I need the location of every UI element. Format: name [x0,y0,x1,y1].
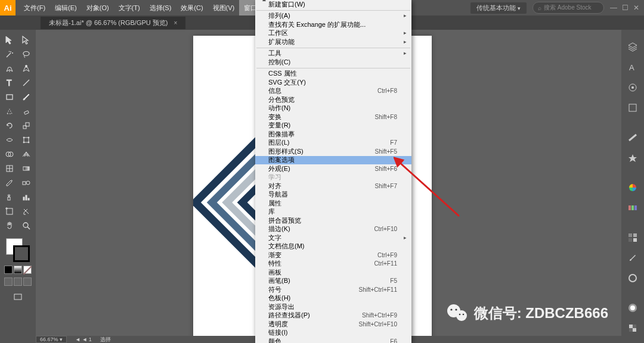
menu-item[interactable]: 图层(L)F7 [255,139,411,148]
menu-item[interactable]: 描边(K)Ctrl+F10 [255,225,411,234]
type-tool[interactable]: T [2,76,17,89]
menubar-item-5[interactable]: 效果(C) [176,0,208,15]
zoom-tool[interactable] [18,219,34,232]
rotate-tool[interactable] [2,119,17,132]
direct-selection-tool[interactable] [18,33,34,46]
menu-item[interactable]: 查找有关 Exchange 的扩展功能... [255,20,411,29]
brushes-panel-icon[interactable] [626,252,640,263]
magic-wand-tool[interactable] [2,48,17,61]
color-mode-gradient[interactable] [14,266,22,274]
menu-item[interactable]: 变量(R) [255,121,411,130]
artboards-panel-icon[interactable] [626,102,640,113]
search-input[interactable]: ⌕ 搜索 Adobe Stock [532,2,604,14]
artboard-nav[interactable]: ◄ ◄ 1 [75,336,92,342]
menu-item[interactable]: 颜色F6 [255,337,411,343]
menu-item[interactable]: 分色预览 [255,95,411,104]
menu-item[interactable]: 色板(H) [255,294,411,303]
menu-item[interactable]: 动作(N) [255,104,411,113]
menu-item[interactable]: 特性Ctrl+F11 [255,260,411,269]
layers-panel-icon[interactable] [626,42,640,52]
shaper-tool[interactable] [2,105,17,118]
swatches-panel-icon[interactable] [626,232,640,243]
color-guide-panel-icon[interactable] [626,202,640,213]
menu-item[interactable]: 符号Shift+Ctrl+F11 [255,285,411,294]
color-mode-none[interactable] [23,266,32,274]
menu-item[interactable]: 导航器 [255,191,411,199]
transparency-panel-icon[interactable] [626,323,640,333]
gradient-panel-icon[interactable] [626,303,640,313]
character-panel-icon[interactable]: A [626,62,640,73]
menu-item[interactable]: 画板 [255,268,411,277]
menu-item[interactable]: 渐变Ctrl+F9 [255,251,411,260]
slice-tool[interactable] [18,205,34,218]
graphic-styles-panel-icon[interactable] [626,273,640,283]
paintbrush-tool[interactable] [18,91,34,104]
menu-item[interactable]: 扩展功能 [255,38,411,46]
menu-item[interactable]: 链接(I) [255,329,411,338]
scale-tool[interactable] [18,119,34,132]
zoom-level[interactable]: 66.67% ▾ [36,336,67,343]
draw-behind[interactable] [14,277,22,286]
menu-item[interactable]: CSS 属性 [255,70,411,79]
menu-item[interactable]: 控制(C) [255,58,411,67]
minimize-button[interactable]: — [610,4,617,12]
eyedropper-tool[interactable] [2,176,17,189]
gradient-tool[interactable] [18,162,34,175]
rectangle-tool[interactable] [2,91,17,104]
menubar-item-2[interactable]: 对象(O) [82,0,114,15]
stroke-swatch[interactable] [13,245,30,262]
fill-stroke-swatch[interactable] [6,238,30,262]
menu-item[interactable]: 信息Ctrl+F8 [255,87,411,96]
menu-item[interactable]: 新建窗口(W) [255,0,411,9]
menu-item[interactable]: 图案选项 [255,156,411,165]
free-transform-tool[interactable] [18,133,34,146]
width-tool[interactable] [2,133,17,146]
maximize-button[interactable]: ☐ [622,4,628,12]
menu-item[interactable]: SVG 交互(Y) [255,78,411,87]
menu-item[interactable]: 资源导出 [255,303,411,311]
menu-item[interactable]: 图像描摹 [255,130,411,139]
mesh-tool[interactable] [2,162,17,175]
appearance-panel-icon[interactable] [626,82,640,93]
screen-mode-button[interactable] [10,291,26,304]
menubar-item-6[interactable]: 视图(V) [208,0,240,15]
menu-item[interactable]: 拼合器预览 [255,216,411,225]
curvature-tool[interactable] [18,62,34,75]
menu-item[interactable]: 外观(E)Shift+F6 [255,164,411,173]
stroke-panel-icon[interactable] [626,132,640,143]
symbols-panel-icon[interactable] [626,152,640,163]
menu-item[interactable]: 文字 [255,233,411,242]
menubar-item-1[interactable]: 编辑(E) [50,0,82,15]
menubar-item-3[interactable]: 文字(T) [114,0,145,15]
menu-item[interactable]: 路径查找器(P)Shift+Ctrl+F9 [255,311,411,320]
lasso-tool[interactable] [18,48,34,61]
menu-item[interactable]: 排列(A) [255,12,411,21]
perspective-grid-tool[interactable] [18,148,34,161]
pen-tool[interactable] [2,62,17,75]
draw-normal[interactable] [4,277,13,286]
menu-item[interactable]: 透明度Shift+Ctrl+F10 [255,320,411,329]
color-mode-solid[interactable] [4,266,13,274]
column-graph-tool[interactable] [18,191,34,204]
eraser-tool[interactable] [18,105,34,118]
menu-item[interactable]: 库 [255,208,411,217]
menu-item[interactable]: 对齐Shift+F7 [255,182,411,191]
artboard-tool[interactable] [2,205,17,218]
hand-tool[interactable] [2,219,17,232]
menu-item[interactable]: 属性 [255,199,411,208]
draw-inside[interactable] [23,277,32,286]
menubar-item-0[interactable]: 文件(F) [19,0,50,15]
menu-item[interactable]: 图形样式(S)Shift+F5 [255,147,411,156]
line-segment-tool[interactable] [18,76,34,89]
workspace-switcher[interactable]: 传统基本功能 ▾ [470,2,527,14]
menu-item[interactable]: 文档信息(M) [255,242,411,251]
menu-item[interactable]: 画笔(B)F5 [255,277,411,286]
close-tab-icon[interactable]: × [174,20,177,26]
menu-item[interactable]: 变换Shift+F8 [255,113,411,121]
symbol-sprayer-tool[interactable] [2,191,17,204]
menu-item[interactable]: 工作区 [255,29,411,38]
color-panel-icon[interactable] [626,182,640,193]
blend-tool[interactable] [18,176,34,189]
document-tab[interactable]: 未标题-1.ai* @ 66.67% (RGB/GPU 预览) × [41,17,185,29]
shape-builder-tool[interactable] [2,148,17,161]
